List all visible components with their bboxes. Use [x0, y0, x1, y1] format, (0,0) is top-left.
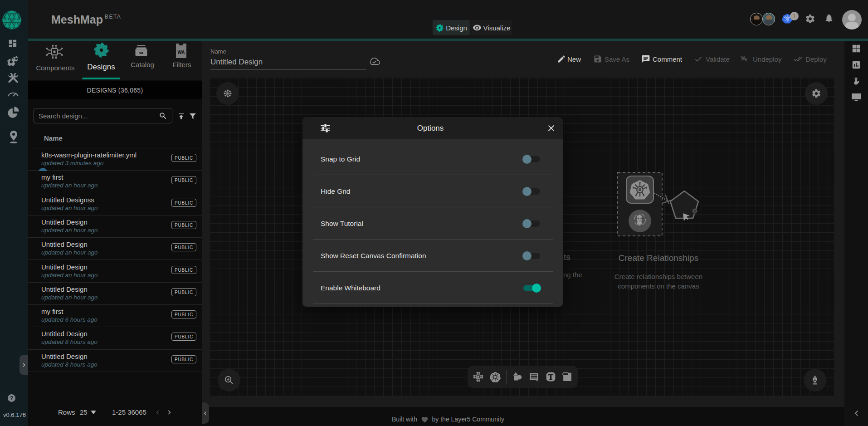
svg-text:WA: WA: [177, 50, 185, 55]
